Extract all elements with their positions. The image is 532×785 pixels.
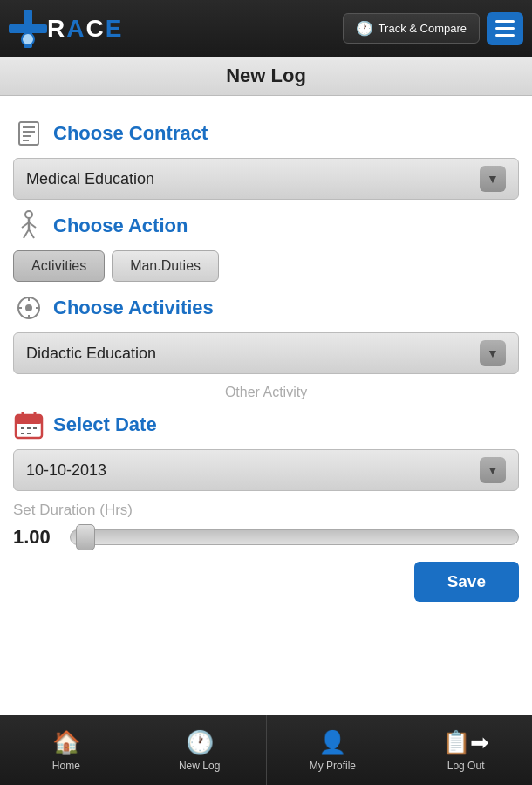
contract-icon bbox=[13, 118, 44, 149]
activities-dropdown[interactable]: Didactic Education ▼ bbox=[13, 332, 519, 374]
duration-slider[interactable] bbox=[70, 529, 519, 545]
nav-label-log-out: Log Out bbox=[447, 760, 485, 772]
page-title-bar: New Log bbox=[0, 57, 532, 96]
action-icon bbox=[13, 210, 44, 242]
action-tabs: Activities Man.Duties bbox=[13, 250, 519, 282]
contract-dropdown[interactable]: Medical Education ▼ bbox=[13, 158, 519, 200]
profile-icon: 👤 bbox=[318, 729, 346, 756]
tab-man-duties[interactable]: Man.Duties bbox=[112, 250, 219, 282]
track-compare-label: Track & Compare bbox=[379, 22, 467, 35]
nav-label-my-profile: My Profile bbox=[310, 760, 356, 772]
logo-icon bbox=[9, 10, 47, 48]
action-section-header: Choose Action bbox=[13, 210, 519, 242]
nav-label-home: Home bbox=[52, 760, 80, 772]
svg-point-12 bbox=[25, 304, 32, 311]
new-log-icon: 🕐 bbox=[186, 729, 214, 756]
duration-value: 1.00 bbox=[13, 526, 61, 549]
slider-thumb[interactable] bbox=[76, 524, 95, 550]
home-icon: 🏠 bbox=[52, 729, 80, 756]
activities-dropdown-arrow: ▼ bbox=[480, 340, 506, 366]
contract-section-header: Choose Contract bbox=[13, 118, 519, 149]
nav-item-home[interactable]: 🏠 Home bbox=[0, 715, 133, 785]
contract-value: Medical Education bbox=[26, 170, 154, 188]
save-button[interactable]: Save bbox=[414, 562, 519, 602]
header-actions: 🕐 Track & Compare bbox=[343, 12, 523, 45]
activities-icon bbox=[13, 292, 44, 324]
menu-button[interactable] bbox=[487, 12, 523, 45]
calendar-icon bbox=[13, 409, 44, 440]
activities-section-label: Choose Activities bbox=[53, 297, 214, 319]
app-header: RACE 🕐 Track & Compare bbox=[0, 0, 532, 57]
date-value: 10-10-2013 bbox=[26, 461, 106, 480]
logo: RACE bbox=[9, 10, 123, 48]
action-section-label: Choose Action bbox=[53, 215, 188, 237]
other-activity-label: Other Activity bbox=[13, 385, 519, 400]
nav-item-my-profile[interactable]: 👤 My Profile bbox=[267, 715, 400, 785]
nav-item-log-out[interactable]: 📋➡ Log Out bbox=[399, 715, 532, 785]
activities-section-header: Choose Activities bbox=[13, 292, 519, 324]
svg-line-9 bbox=[24, 229, 29, 238]
bottom-nav: 🏠 Home 🕐 New Log 👤 My Profile 📋➡ Log Out bbox=[0, 715, 532, 785]
main-content: Choose Contract Medical Education ▼ Choo… bbox=[0, 96, 532, 715]
svg-line-10 bbox=[29, 229, 34, 238]
nav-label-new-log: New Log bbox=[179, 760, 220, 772]
date-dropdown[interactable]: 10-10-2013 ▼ bbox=[13, 449, 519, 491]
contract-section-label: Choose Contract bbox=[53, 122, 208, 145]
duration-row: 1.00 bbox=[13, 526, 519, 549]
logout-icon: 📋➡ bbox=[442, 729, 489, 756]
date-dropdown-arrow: ▼ bbox=[480, 457, 506, 483]
date-section-header: Select Date bbox=[13, 409, 519, 440]
date-section-label: Select Date bbox=[53, 413, 157, 436]
tab-activities[interactable]: Activities bbox=[13, 250, 105, 282]
logo-text: RACE bbox=[47, 15, 123, 43]
track-compare-button[interactable]: 🕐 Track & Compare bbox=[343, 13, 480, 44]
svg-rect-0 bbox=[19, 122, 38, 145]
svg-rect-18 bbox=[16, 415, 42, 424]
clock-icon: 🕐 bbox=[356, 20, 373, 37]
activities-value: Didactic Education bbox=[26, 345, 156, 363]
page-title: New Log bbox=[226, 65, 306, 87]
contract-dropdown-arrow: ▼ bbox=[480, 166, 506, 192]
save-row: Save bbox=[13, 562, 519, 602]
svg-point-5 bbox=[25, 211, 32, 218]
duration-label: Set Duration (Hrs) bbox=[13, 502, 519, 519]
nav-item-new-log[interactable]: 🕐 New Log bbox=[133, 715, 267, 785]
